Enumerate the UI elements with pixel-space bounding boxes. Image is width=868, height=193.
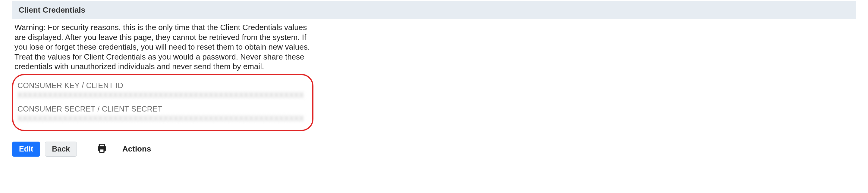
consumer-secret-group: CONSUMER SECRET / CLIENT SECRET XXXXXXXX… — [18, 105, 304, 124]
edit-button[interactable]: Edit — [12, 142, 40, 157]
warning-text-block: Warning: For security reasons, this is t… — [0, 19, 331, 72]
warning-paragraph-2: Treat the values for Client Credentials … — [14, 52, 319, 72]
back-button[interactable]: Back — [45, 142, 77, 157]
consumer-key-value: XXXXXXXXXXXXXXXXXXXXXXXXXXXXXXXXXXXXXXXX… — [18, 90, 304, 101]
warning-paragraph-1: Warning: For security reasons, this is t… — [14, 23, 319, 52]
consumer-secret-value: XXXXXXXXXXXXXXXXXXXXXXXXXXXXXXXXXXXXXXXX… — [18, 113, 304, 124]
printer-icon — [97, 143, 107, 155]
svg-rect-1 — [100, 149, 104, 152]
toolbar-divider — [86, 143, 86, 156]
credentials-highlight-box: CONSUMER KEY / CLIENT ID XXXXXXXXXXXXXXX… — [12, 74, 313, 131]
action-row: Edit Back Actions — [0, 131, 868, 159]
consumer-secret-label: CONSUMER SECRET / CLIENT SECRET — [18, 105, 304, 113]
section-header-client-credentials: Client Credentials — [12, 1, 856, 19]
consumer-key-label: CONSUMER KEY / CLIENT ID — [18, 81, 304, 90]
actions-menu[interactable]: Actions — [122, 144, 151, 154]
consumer-key-group: CONSUMER KEY / CLIENT ID XXXXXXXXXXXXXXX… — [18, 81, 304, 101]
print-button[interactable] — [95, 143, 108, 156]
